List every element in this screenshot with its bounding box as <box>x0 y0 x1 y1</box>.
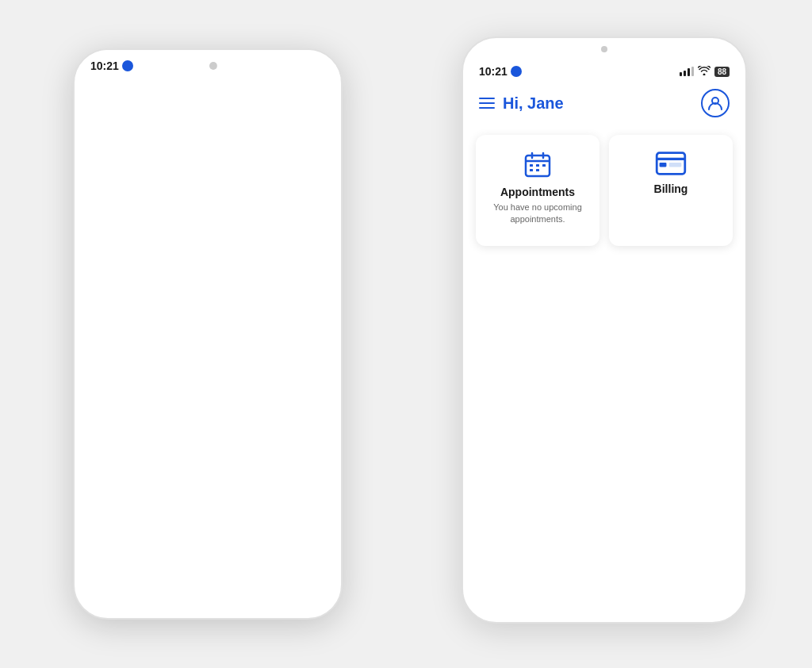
cards-grid: Appointments You have no upcoming appoin… <box>463 127 745 254</box>
svg-rect-32 <box>536 169 539 171</box>
overlay-billing-icon <box>258 136 286 158</box>
billing-card-title: Billing <box>654 182 688 195</box>
svg-rect-28 <box>530 164 533 167</box>
svg-rect-30 <box>542 164 546 167</box>
right-phone: 10:21 <box>462 36 747 624</box>
right-status-bar: 10:21 <box>463 54 745 83</box>
overlay-billing-card: Billing <box>216 121 327 194</box>
right-hamburger-button[interactable] <box>479 98 495 109</box>
right-camera-dot <box>601 46 607 52</box>
battery-icon: 88 <box>714 67 730 77</box>
right-camera-area <box>463 38 745 52</box>
right-user-avatar[interactable] <box>701 89 730 117</box>
appointments-card[interactable]: Appointments You have no upcoming appoin… <box>476 135 599 246</box>
svg-rect-35 <box>660 163 667 167</box>
wifi-icon <box>698 66 710 78</box>
svg-rect-29 <box>536 164 539 167</box>
appointments-calendar-icon <box>523 151 552 179</box>
greeting-text: Hi, Jane <box>503 94 564 113</box>
billing-card-icon <box>655 151 687 176</box>
signal-icon <box>680 67 694 76</box>
overlay-billing-title: Billing <box>226 167 317 179</box>
svg-rect-12 <box>270 147 282 150</box>
svg-rect-31 <box>530 169 533 171</box>
right-location-icon <box>511 66 522 77</box>
appointments-card-title: Appointments <box>500 186 575 198</box>
billing-card[interactable]: Billing <box>609 135 733 246</box>
right-status-icons: 88 <box>680 66 730 78</box>
overlay-appointments-title: Appointments <box>226 50 317 60</box>
right-header: Hi, Jane <box>463 83 745 127</box>
overlay-appointments-sub: You have no upcoming appointments. <box>226 63 317 83</box>
appointments-card-subtitle: You have no upcoming appointments. <box>485 202 590 226</box>
svg-rect-11 <box>262 147 268 150</box>
svg-rect-36 <box>669 163 682 167</box>
overlay-appointments-card: Appointments You have no upcoming appoin… <box>216 50 327 98</box>
left-phone: 10:21 <box>73 48 343 620</box>
left-time: 10:21 <box>90 60 133 72</box>
right-header-left: Hi, Jane <box>479 94 564 113</box>
location-dot <box>122 60 133 71</box>
right-time: 10:21 <box>479 65 522 78</box>
